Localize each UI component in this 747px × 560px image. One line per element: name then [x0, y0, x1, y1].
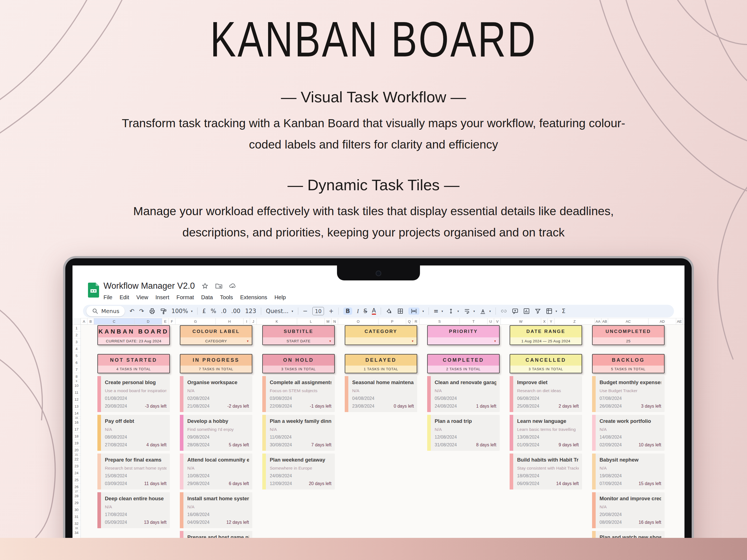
text-wrap-icon[interactable] — [464, 308, 470, 314]
row-header-27[interactable]: 27 — [73, 490, 80, 492]
currency-format-button[interactable]: £ — [202, 308, 206, 314]
row-header-7[interactable]: 7 — [73, 366, 80, 373]
column-header-C[interactable]: C — [94, 318, 134, 324]
column-header-P[interactable]: P — [379, 318, 406, 324]
percent-format-button[interactable]: % — [211, 308, 216, 314]
column-header-X[interactable]: X — [541, 318, 548, 324]
undo-button[interactable]: ↶ — [129, 308, 134, 314]
borders-icon[interactable] — [397, 308, 404, 314]
menu-help[interactable]: Help — [275, 294, 286, 301]
menu-file[interactable]: File — [103, 294, 112, 301]
task-tile[interactable]: Improve dietResearch on diet ideas06/08/… — [510, 376, 582, 412]
column-header-AC[interactable]: AC — [608, 318, 648, 324]
row-header-31[interactable]: 31 — [73, 513, 80, 520]
widget-value[interactable]: ▼ — [345, 337, 417, 345]
row-header-29[interactable]: 29 — [73, 500, 80, 506]
row-header-10[interactable]: 10 — [73, 382, 80, 389]
insert-chart-icon[interactable] — [523, 308, 530, 314]
fill-color-icon[interactable] — [386, 308, 392, 314]
menu-edit[interactable]: Edit — [120, 294, 129, 301]
star-icon[interactable] — [201, 282, 209, 290]
dropdown-arrow-icon[interactable]: ▼ — [247, 340, 249, 343]
column-header-H[interactable]: H — [216, 318, 243, 324]
widget-value[interactable]: ▼ — [428, 337, 499, 345]
column-header-A[interactable]: A — [81, 318, 87, 324]
column-header-V[interactable]: V — [494, 318, 501, 324]
pivot-table-icon[interactable] — [546, 308, 552, 314]
row-header-2[interactable]: 2 — [73, 331, 80, 339]
row-header-24[interactable]: 24 — [73, 470, 80, 477]
task-tile[interactable]: Prepare for final examsResearch best sma… — [97, 454, 170, 489]
menu-format[interactable]: Format — [177, 294, 194, 301]
doc-title[interactable]: Workflow Manager V2.0 — [103, 281, 195, 291]
row-header-16[interactable]: 16 — [73, 419, 80, 426]
widget-value[interactable]: START DATE▼ — [263, 337, 334, 345]
row-header-23[interactable]: 23 — [73, 463, 80, 470]
column-header-D[interactable]: D — [134, 318, 162, 324]
row-header-9[interactable]: 9 — [73, 380, 80, 382]
column-header-Q[interactable]: Q — [406, 318, 413, 324]
row-header-3[interactable]: 3 — [73, 339, 80, 345]
row-header-32[interactable]: 32 — [73, 520, 80, 527]
column-header-F[interactable]: F — [169, 318, 175, 324]
task-tile[interactable]: Complete all assignmentsFocus on STEM su… — [262, 376, 335, 412]
menu-extensions[interactable]: Extensions — [240, 294, 267, 301]
row-header-18[interactable]: 18 — [73, 433, 80, 440]
italic-button[interactable]: I — [357, 308, 359, 315]
font-select[interactable]: Quest... — [266, 308, 288, 314]
insert-link-icon[interactable] — [500, 308, 507, 314]
task-tile[interactable]: Deep clean entire houseN/A17/08/202405/0… — [97, 492, 170, 528]
task-tile[interactable]: Attend local community eventsN/A10/08/20… — [180, 454, 252, 489]
column-header-AD[interactable]: AD — [648, 318, 676, 324]
column-header-S[interactable]: S — [419, 318, 460, 324]
functions-button[interactable]: Σ — [562, 308, 565, 314]
column-header-O[interactable]: O — [338, 318, 379, 324]
row-header-12[interactable]: 12 — [73, 396, 80, 403]
text-color-button[interactable]: A — [372, 308, 376, 315]
strikethrough-button[interactable]: S — [364, 308, 367, 314]
task-tile[interactable]: Clean and renovate garageN/A05/08/202424… — [427, 376, 500, 412]
column-header-AB[interactable]: AB — [601, 318, 608, 324]
column-header-K[interactable]: K — [257, 318, 297, 324]
row-header-25[interactable]: 25 — [73, 477, 80, 483]
task-tile[interactable]: Build habits with Habit TrackerStay cons… — [510, 454, 582, 489]
row-header-14[interactable]: 14 — [73, 410, 80, 417]
cloud-status-icon[interactable] — [229, 282, 236, 290]
filter-icon[interactable] — [535, 308, 541, 314]
print-icon[interactable] — [149, 308, 155, 314]
column-header-T[interactable]: T — [460, 318, 488, 324]
column-header-W[interactable]: W — [501, 318, 541, 324]
task-tile[interactable]: Plan a weekly family dinnerN/A11/08/2024… — [262, 415, 335, 451]
row-header-1[interactable]: 1 — [73, 325, 80, 331]
column-header-Y[interactable]: Y — [548, 318, 555, 324]
column-header-N[interactable]: N — [331, 318, 338, 324]
column-header-AA[interactable]: AA — [595, 318, 601, 324]
row-header-4[interactable]: 4 — [73, 345, 80, 352]
row-header-5[interactable]: 5 — [73, 352, 80, 359]
task-tile[interactable]: Monitor and improve credit scoreN/A20/08… — [592, 492, 665, 528]
column-header-B[interactable]: B — [87, 318, 94, 324]
dropdown-arrow-icon[interactable]: ▼ — [494, 340, 497, 343]
task-tile[interactable]: Plan a road tripN/A12/08/202431/08/20248… — [427, 415, 500, 451]
widget-value[interactable]: CATEGORY▼ — [180, 337, 252, 345]
row-header-8[interactable]: 8 — [73, 373, 80, 380]
move-folder-icon[interactable] — [215, 282, 223, 290]
row-header-21[interactable]: 21 — [73, 454, 80, 456]
more-formats-button[interactable]: 123 — [245, 308, 256, 314]
decrease-decimal-button[interactable]: .0 — [221, 308, 226, 314]
column-header-AE[interactable]: AE — [676, 318, 683, 324]
decrease-font-size-button[interactable]: − — [303, 308, 308, 314]
row-header-34[interactable]: 34 — [73, 529, 80, 536]
task-tile[interactable]: Pay off debtN/A08/08/202427/08/20244 day… — [97, 415, 170, 451]
zoom-select[interactable]: 100% — [172, 308, 188, 314]
dropdown-arrow-icon[interactable]: ▼ — [411, 340, 414, 343]
task-tile[interactable]: Seasonal home maintenanceN/A04/08/202423… — [345, 376, 417, 412]
task-tile[interactable]: Plan weekend getawaySomewhere in Europe2… — [262, 454, 335, 489]
column-header-E[interactable]: E — [162, 318, 169, 324]
column-header-I[interactable]: I — [243, 318, 250, 324]
paint-format-icon[interactable] — [160, 308, 167, 314]
row-header-20[interactable]: 20 — [73, 447, 80, 454]
menu-tools[interactable]: Tools — [220, 294, 233, 301]
row-header-28[interactable]: 28 — [73, 492, 80, 500]
horizontal-align-button[interactable]: ≡ — [434, 308, 439, 314]
